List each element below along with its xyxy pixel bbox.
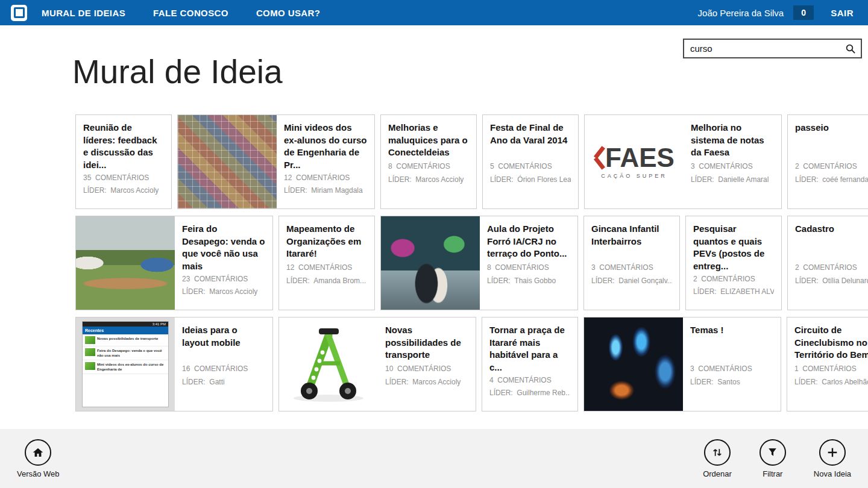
card-comments-count: 12 COMENTÁRIOS [284, 172, 367, 185]
card-title: Aula do Projeto Forró IA/CRJ no terraço … [487, 223, 570, 261]
nav-como-usar[interactable]: COMO USAR? [256, 8, 321, 18]
card-text: Aula do Projeto Forró IA/CRJ no terraço … [480, 216, 577, 310]
card-image-flaming-drinks [584, 318, 683, 411]
card-title: Mini videos dos ex-alunos do curso de En… [284, 122, 367, 172]
search-button[interactable] [840, 40, 861, 57]
phone-item-thumb [85, 362, 95, 370]
plus-icon [819, 439, 846, 466]
idea-card[interactable]: Mini videos dos ex-alunos do curso de En… [177, 114, 375, 209]
phone-item-thumb [85, 348, 95, 356]
search-input[interactable] [684, 40, 840, 57]
card-comments-count: 8 COMENTÁRIOS [487, 261, 570, 275]
card-leader: LÍDER: Marcos Accioly [385, 376, 468, 389]
card-leader: LÍDER: Santos [690, 376, 773, 389]
card-title: Novas possibilidades de transporte [385, 324, 468, 363]
card-title: Temas ! [690, 324, 773, 363]
ordenar-label: Ordenar [703, 469, 732, 478]
faes-chevron-icon [594, 146, 603, 169]
card-title: Tornar a praça de Itararé mais habitável… [489, 324, 570, 374]
card-leader: LÍDER: Gatti [182, 376, 265, 389]
faes-logo-subtext: CAÇÃO SUPER [601, 173, 667, 179]
idea-card[interactable]: 3:41 PMRecentesNovas possibilidades de t… [75, 317, 273, 411]
idea-card[interactable]: passeio2 COMENTÁRIOSLÍDER: coéé fernanda [787, 114, 868, 209]
idea-card[interactable]: Novas possibilidades de transporte10 COM… [278, 317, 476, 411]
app-logo-icon [14, 7, 25, 18]
card-title: Pesquisar quantos e quais PEVs (postos d… [693, 223, 774, 273]
card-leader: LÍDER: ELIZABETH ALV... [693, 286, 774, 299]
idea-card[interactable]: Tornar a praça de Itararé mais habitável… [482, 317, 578, 411]
idea-card[interactable]: Festa de Final de Ano da Varal 20145 COM… [482, 114, 579, 209]
card-image-photo-mosaic [178, 115, 277, 208]
card-image-mobile-screenshot: 3:41 PMRecentesNovas possibilidades de t… [76, 318, 175, 411]
scooter-illustration [279, 318, 378, 411]
phone-list-item: Mini videos dos ex-alunos do curso de En… [83, 360, 168, 374]
nova-ideia-button[interactable]: Nova Ideia [814, 439, 851, 478]
idea-card[interactable]: Circuito de Cineclubismo no Território d… [787, 317, 868, 411]
filter-icon [760, 439, 786, 466]
idea-card[interactable]: Temas !3 COMENTÁRIOSLÍDER: Santos [583, 317, 781, 411]
card-comments-count: 5 COMENTÁRIOS [490, 160, 571, 174]
card-title: Cadastro [795, 223, 868, 261]
ideas-grid: Reunião de líderes: feedback e discussão… [75, 114, 868, 418]
idea-card[interactable]: Mapeamento de Organizações em Itararé!12… [278, 216, 375, 310]
user-name: João Pereira da Silva [698, 8, 784, 18]
card-leader: LÍDER: Marcos Accioly [182, 286, 265, 299]
card-comments-count: 3 COMENTÁRIOS [591, 261, 672, 275]
notification-count-badge[interactable]: 0 [793, 5, 814, 20]
idea-card[interactable]: Cadastro2 COMENTÁRIOSLÍDER: Otília Delun… [787, 216, 868, 310]
idea-card[interactable]: Reunião de líderes: feedback e discussão… [75, 114, 172, 209]
card-row: Feira do Desapego: venda o que você não … [75, 216, 868, 310]
card-leader: LÍDER: Thais Gobbo [487, 275, 570, 288]
card-comments-count: 2 COMENTÁRIOS [795, 160, 868, 174]
faes-logo-row: FAES [594, 145, 675, 171]
card-comments-count: 23 COMENTÁRIOS [182, 273, 265, 286]
card-comments-count: 2 COMENTÁRIOS [795, 261, 868, 275]
card-comments-count: 10 COMENTÁRIOS [385, 363, 468, 376]
idea-card[interactable]: Melhorias e maluquices para o Conectelde… [380, 114, 477, 209]
nav-fale-conosco[interactable]: FALE CONOSCO [153, 8, 228, 18]
card-leader: LÍDER: Daniel Gonçalv... [591, 275, 672, 288]
ordenar-button[interactable]: Ordenar [703, 439, 732, 478]
card-comments-count: 16 COMENTÁRIOS [182, 363, 265, 376]
card-title: Feira do Desapego: venda o que você não … [182, 223, 265, 273]
card-title: Melhorias e maluquices para o Conectelde… [388, 122, 469, 160]
home-icon [25, 439, 51, 466]
idea-card[interactable]: Feira do Desapego: venda o que você não … [75, 216, 273, 310]
top-app-bar: MURAL DE IDEIAS FALE CONOSCO COMO USAR? … [0, 0, 868, 25]
card-text: Pesquisar quantos e quais PEVs (postos d… [686, 216, 781, 310]
topbar-right-group: João Pereira da Silva 0 SAIR [698, 5, 868, 20]
nav-mural-de-ideias[interactable]: MURAL DE IDEIAS [42, 8, 125, 18]
card-leader: LÍDER: Amanda Brom... [286, 275, 367, 288]
card-title: Reunião de líderes: feedback e discussão… [83, 122, 164, 172]
card-image-scooter [279, 318, 378, 411]
phone-list-item: Novas possibilidades de transporte [83, 334, 168, 346]
card-comments-count: 4 COMENTÁRIOS [489, 374, 570, 387]
card-text: Melhorias e maluquices para o Conectelde… [381, 115, 476, 208]
logout-button[interactable]: SAIR [831, 8, 854, 18]
versao-web-button[interactable]: Versão Web [17, 439, 60, 478]
idea-card[interactable]: Gincana Infantil Interbairros3 COMENTÁRI… [583, 216, 680, 310]
idea-card[interactable]: Pesquisar quantos e quais PEVs (postos d… [685, 216, 782, 310]
search-box [683, 39, 862, 58]
card-comments-count: 1 COMENTÁRIOS [794, 363, 868, 376]
card-title: Circuito de Cineclubismo no Território d… [794, 324, 868, 363]
card-title: Gincana Infantil Interbairros [591, 223, 672, 261]
card-comments-count: 8 COMENTÁRIOS [388, 160, 469, 174]
phone-item-text: Novas possibilidades de transporte [97, 336, 158, 341]
card-leader: LÍDER: Marcos Accioly [388, 174, 469, 187]
search-icon [845, 43, 856, 54]
card-comments-count: 35 COMENTÁRIOS [83, 172, 164, 185]
card-text: Gincana Infantil Interbairros3 COMENTÁRI… [584, 216, 679, 310]
filtrar-button[interactable]: Filtrar [760, 439, 786, 478]
card-text: Circuito de Cineclubismo no Território d… [787, 318, 868, 411]
card-text: Reunião de líderes: feedback e discussão… [76, 115, 171, 208]
card-leader: LÍDER: Danielle Amaral [691, 174, 774, 187]
card-image-flea-market [76, 216, 175, 310]
card-text: Tornar a praça de Itararé mais habitável… [482, 318, 577, 411]
card-text: Mapeamento de Organizações em Itararé!12… [279, 216, 374, 310]
card-leader: LÍDER: Órion Flores Leal [490, 174, 571, 187]
card-text: Mini videos dos ex-alunos do curso de En… [277, 115, 374, 208]
idea-card[interactable]: Aula do Projeto Forró IA/CRJ no terraço … [380, 216, 578, 310]
card-text: passeio2 COMENTÁRIOSLÍDER: coéé fernanda [788, 115, 868, 208]
idea-card[interactable]: FAESCAÇÃO SUPERMelhoria no sistema de no… [584, 114, 782, 209]
